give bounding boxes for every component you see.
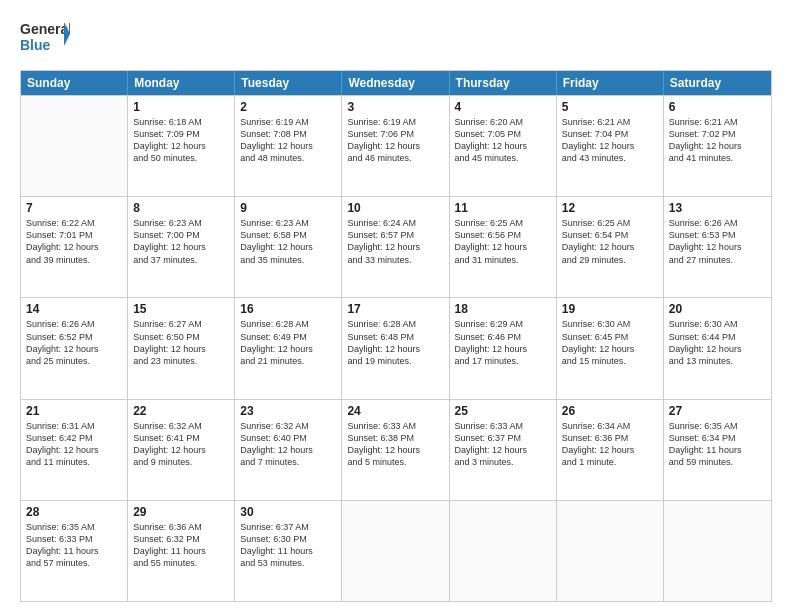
- calendar-cell: 30Sunrise: 6:37 AM Sunset: 6:30 PM Dayli…: [235, 501, 342, 601]
- calendar-cell: 19Sunrise: 6:30 AM Sunset: 6:45 PM Dayli…: [557, 298, 664, 398]
- day-number: 28: [26, 505, 122, 519]
- calendar-cell: 22Sunrise: 6:32 AM Sunset: 6:41 PM Dayli…: [128, 400, 235, 500]
- day-number: 24: [347, 404, 443, 418]
- day-number: 4: [455, 100, 551, 114]
- day-info: Sunrise: 6:25 AM Sunset: 6:56 PM Dayligh…: [455, 217, 551, 266]
- day-info: Sunrise: 6:21 AM Sunset: 7:04 PM Dayligh…: [562, 116, 658, 165]
- calendar: SundayMondayTuesdayWednesdayThursdayFrid…: [20, 70, 772, 602]
- day-info: Sunrise: 6:23 AM Sunset: 7:00 PM Dayligh…: [133, 217, 229, 266]
- day-info: Sunrise: 6:22 AM Sunset: 7:01 PM Dayligh…: [26, 217, 122, 266]
- calendar-cell: 27Sunrise: 6:35 AM Sunset: 6:34 PM Dayli…: [664, 400, 771, 500]
- day-number: 20: [669, 302, 766, 316]
- calendar-week-row: 28Sunrise: 6:35 AM Sunset: 6:33 PM Dayli…: [21, 500, 771, 601]
- logo-svg: General Blue: [20, 18, 70, 60]
- calendar-header-cell: Tuesday: [235, 71, 342, 95]
- day-number: 7: [26, 201, 122, 215]
- calendar-cell: 18Sunrise: 6:29 AM Sunset: 6:46 PM Dayli…: [450, 298, 557, 398]
- calendar-cell: 29Sunrise: 6:36 AM Sunset: 6:32 PM Dayli…: [128, 501, 235, 601]
- day-info: Sunrise: 6:28 AM Sunset: 6:49 PM Dayligh…: [240, 318, 336, 367]
- calendar-cell: 24Sunrise: 6:33 AM Sunset: 6:38 PM Dayli…: [342, 400, 449, 500]
- calendar-cell: 16Sunrise: 6:28 AM Sunset: 6:49 PM Dayli…: [235, 298, 342, 398]
- logo: General Blue: [20, 18, 70, 60]
- calendar-cell: 5Sunrise: 6:21 AM Sunset: 7:04 PM Daylig…: [557, 96, 664, 196]
- day-number: 18: [455, 302, 551, 316]
- calendar-cell: [450, 501, 557, 601]
- day-number: 15: [133, 302, 229, 316]
- calendar-header-cell: Wednesday: [342, 71, 449, 95]
- day-number: 14: [26, 302, 122, 316]
- day-info: Sunrise: 6:21 AM Sunset: 7:02 PM Dayligh…: [669, 116, 766, 165]
- svg-text:Blue: Blue: [20, 37, 51, 53]
- day-number: 10: [347, 201, 443, 215]
- day-number: 11: [455, 201, 551, 215]
- calendar-cell: 23Sunrise: 6:32 AM Sunset: 6:40 PM Dayli…: [235, 400, 342, 500]
- day-number: 27: [669, 404, 766, 418]
- day-info: Sunrise: 6:32 AM Sunset: 6:40 PM Dayligh…: [240, 420, 336, 469]
- day-info: Sunrise: 6:19 AM Sunset: 7:06 PM Dayligh…: [347, 116, 443, 165]
- calendar-cell: [664, 501, 771, 601]
- day-info: Sunrise: 6:29 AM Sunset: 6:46 PM Dayligh…: [455, 318, 551, 367]
- day-number: 17: [347, 302, 443, 316]
- page: General Blue SundayMondayTuesdayWednesda…: [0, 0, 792, 612]
- calendar-header-cell: Monday: [128, 71, 235, 95]
- day-number: 16: [240, 302, 336, 316]
- calendar-header-cell: Friday: [557, 71, 664, 95]
- day-info: Sunrise: 6:34 AM Sunset: 6:36 PM Dayligh…: [562, 420, 658, 469]
- day-number: 21: [26, 404, 122, 418]
- svg-text:General: General: [20, 21, 70, 37]
- calendar-cell: 9Sunrise: 6:23 AM Sunset: 6:58 PM Daylig…: [235, 197, 342, 297]
- day-info: Sunrise: 6:30 AM Sunset: 6:45 PM Dayligh…: [562, 318, 658, 367]
- day-number: 5: [562, 100, 658, 114]
- day-number: 2: [240, 100, 336, 114]
- calendar-cell: 12Sunrise: 6:25 AM Sunset: 6:54 PM Dayli…: [557, 197, 664, 297]
- day-info: Sunrise: 6:33 AM Sunset: 6:37 PM Dayligh…: [455, 420, 551, 469]
- day-number: 8: [133, 201, 229, 215]
- day-info: Sunrise: 6:20 AM Sunset: 7:05 PM Dayligh…: [455, 116, 551, 165]
- day-number: 19: [562, 302, 658, 316]
- day-info: Sunrise: 6:31 AM Sunset: 6:42 PM Dayligh…: [26, 420, 122, 469]
- day-info: Sunrise: 6:23 AM Sunset: 6:58 PM Dayligh…: [240, 217, 336, 266]
- calendar-week-row: 14Sunrise: 6:26 AM Sunset: 6:52 PM Dayli…: [21, 297, 771, 398]
- calendar-week-row: 1Sunrise: 6:18 AM Sunset: 7:09 PM Daylig…: [21, 95, 771, 196]
- calendar-header-cell: Sunday: [21, 71, 128, 95]
- calendar-body: 1Sunrise: 6:18 AM Sunset: 7:09 PM Daylig…: [21, 95, 771, 601]
- day-number: 12: [562, 201, 658, 215]
- day-info: Sunrise: 6:26 AM Sunset: 6:52 PM Dayligh…: [26, 318, 122, 367]
- day-info: Sunrise: 6:26 AM Sunset: 6:53 PM Dayligh…: [669, 217, 766, 266]
- day-info: Sunrise: 6:30 AM Sunset: 6:44 PM Dayligh…: [669, 318, 766, 367]
- calendar-cell: [557, 501, 664, 601]
- day-info: Sunrise: 6:27 AM Sunset: 6:50 PM Dayligh…: [133, 318, 229, 367]
- calendar-cell: [21, 96, 128, 196]
- calendar-cell: 26Sunrise: 6:34 AM Sunset: 6:36 PM Dayli…: [557, 400, 664, 500]
- calendar-cell: 7Sunrise: 6:22 AM Sunset: 7:01 PM Daylig…: [21, 197, 128, 297]
- day-number: 23: [240, 404, 336, 418]
- day-number: 29: [133, 505, 229, 519]
- calendar-week-row: 7Sunrise: 6:22 AM Sunset: 7:01 PM Daylig…: [21, 196, 771, 297]
- calendar-cell: 6Sunrise: 6:21 AM Sunset: 7:02 PM Daylig…: [664, 96, 771, 196]
- day-info: Sunrise: 6:35 AM Sunset: 6:33 PM Dayligh…: [26, 521, 122, 570]
- calendar-header-row: SundayMondayTuesdayWednesdayThursdayFrid…: [21, 71, 771, 95]
- day-info: Sunrise: 6:32 AM Sunset: 6:41 PM Dayligh…: [133, 420, 229, 469]
- day-info: Sunrise: 6:28 AM Sunset: 6:48 PM Dayligh…: [347, 318, 443, 367]
- calendar-cell: 20Sunrise: 6:30 AM Sunset: 6:44 PM Dayli…: [664, 298, 771, 398]
- day-info: Sunrise: 6:25 AM Sunset: 6:54 PM Dayligh…: [562, 217, 658, 266]
- calendar-header-cell: Thursday: [450, 71, 557, 95]
- day-number: 22: [133, 404, 229, 418]
- calendar-cell: 11Sunrise: 6:25 AM Sunset: 6:56 PM Dayli…: [450, 197, 557, 297]
- day-number: 3: [347, 100, 443, 114]
- day-number: 30: [240, 505, 336, 519]
- calendar-cell: 4Sunrise: 6:20 AM Sunset: 7:05 PM Daylig…: [450, 96, 557, 196]
- calendar-cell: 2Sunrise: 6:19 AM Sunset: 7:08 PM Daylig…: [235, 96, 342, 196]
- header: General Blue: [20, 18, 772, 60]
- calendar-cell: 15Sunrise: 6:27 AM Sunset: 6:50 PM Dayli…: [128, 298, 235, 398]
- calendar-cell: [342, 501, 449, 601]
- calendar-cell: 3Sunrise: 6:19 AM Sunset: 7:06 PM Daylig…: [342, 96, 449, 196]
- day-info: Sunrise: 6:36 AM Sunset: 6:32 PM Dayligh…: [133, 521, 229, 570]
- day-number: 13: [669, 201, 766, 215]
- calendar-cell: 8Sunrise: 6:23 AM Sunset: 7:00 PM Daylig…: [128, 197, 235, 297]
- day-info: Sunrise: 6:24 AM Sunset: 6:57 PM Dayligh…: [347, 217, 443, 266]
- calendar-cell: 25Sunrise: 6:33 AM Sunset: 6:37 PM Dayli…: [450, 400, 557, 500]
- calendar-week-row: 21Sunrise: 6:31 AM Sunset: 6:42 PM Dayli…: [21, 399, 771, 500]
- calendar-cell: 28Sunrise: 6:35 AM Sunset: 6:33 PM Dayli…: [21, 501, 128, 601]
- day-number: 25: [455, 404, 551, 418]
